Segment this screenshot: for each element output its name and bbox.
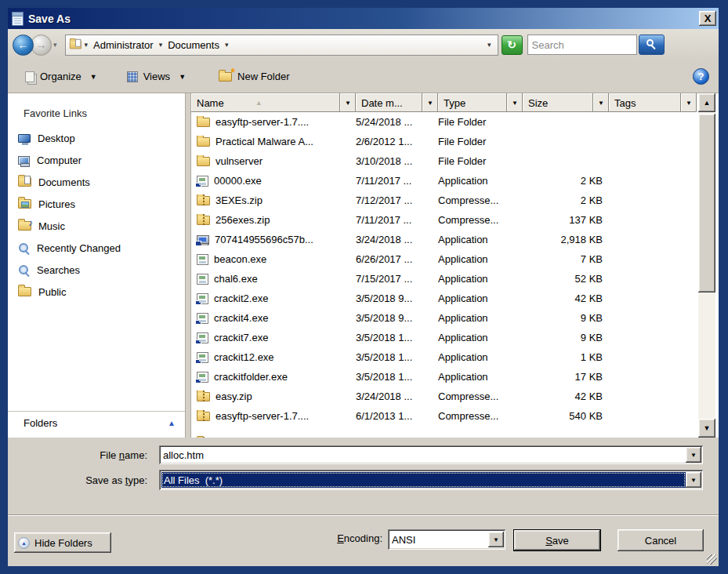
- hide-folders-button[interactable]: ▲ Hide Folders: [14, 532, 111, 553]
- column-header-button[interactable]: Tags: [609, 93, 681, 112]
- breadcrumb-caret-icon[interactable]: ▾: [223, 41, 231, 49]
- dialog-footer: ▲ Hide Folders Encoding: ANSI ▼ Save Can…: [8, 514, 719, 566]
- encoding-combobox[interactable]: ANSI ▼: [388, 529, 505, 550]
- organize-button[interactable]: Organize ▼: [17, 66, 105, 87]
- file-row-707414955696c57b[interactable]: 707414955696c57b...3/24/2018 ...Applicat…: [191, 230, 698, 249]
- file-name-dropdown-button[interactable]: ▼: [686, 447, 701, 463]
- file-name-cell: crackit4.exe: [191, 312, 356, 324]
- pictures-icon: [18, 199, 31, 209]
- column-header-button[interactable]: Size: [523, 93, 593, 112]
- file-name-cell: 256exes.zip: [191, 214, 356, 226]
- column-header-button[interactable]: Name▲: [191, 93, 340, 112]
- application-icon: [197, 274, 208, 285]
- breadcrumb-segment-administrator[interactable]: Administrator: [90, 39, 157, 51]
- close-button[interactable]: X: [699, 11, 716, 26]
- folders-expander[interactable]: Folders ▲: [8, 411, 185, 434]
- file-row-easy-zip[interactable]: easy.zip3/24/2018 ...Compresse...42 KB: [191, 387, 698, 406]
- column-filter-dropdown[interactable]: ▼: [507, 93, 523, 112]
- help-button[interactable]: ?: [693, 68, 709, 85]
- column-filter-dropdown[interactable]: ▼: [593, 93, 609, 112]
- file-row-crackit7-exe[interactable]: crackit7.exe3/5/2018 1...Application9 KB: [191, 328, 698, 347]
- scrollbar-thumb[interactable]: [698, 114, 715, 292]
- folder-icon: [197, 118, 210, 127]
- search-button[interactable]: [639, 35, 665, 55]
- file-name-cell: chal6.exe: [191, 273, 356, 285]
- history-chevron-icon[interactable]: ▾: [53, 41, 57, 49]
- pane-splitter[interactable]: [185, 93, 191, 438]
- breadcrumb-caret-icon[interactable]: ▾: [157, 41, 165, 49]
- file-row-partial[interactable]: [191, 426, 698, 438]
- public-icon: [18, 287, 31, 296]
- sidebar-item-desktop[interactable]: Desktop: [8, 127, 185, 149]
- scroll-up-button[interactable]: ▲: [698, 93, 715, 112]
- resize-grip-icon[interactable]: [707, 554, 717, 565]
- file-row-00000-exe[interactable]: 00000.exe7/11/2017 ...Application2 KB: [191, 171, 698, 191]
- search-input[interactable]: [528, 35, 636, 54]
- refresh-button[interactable]: ↻: [502, 35, 523, 55]
- scroll-down-button[interactable]: ▼: [698, 419, 715, 438]
- type-cell: Compresse...: [438, 410, 523, 422]
- size-cell: 42 KB: [523, 292, 609, 304]
- cancel-button[interactable]: Cancel: [618, 529, 704, 551]
- file-row-256exes-zip[interactable]: 256exes.zip7/11/2017 ...Compresse...137 …: [191, 210, 698, 230]
- size-cell: 52 KB: [523, 273, 609, 285]
- column-filter-dropdown[interactable]: ▼: [422, 93, 438, 112]
- address-dropdown-icon[interactable]: ▾: [484, 41, 494, 49]
- back-button[interactable]: ←: [13, 35, 34, 56]
- application-icon: [197, 176, 208, 187]
- sidebar-item-music[interactable]: ♪Music: [8, 215, 185, 237]
- file-row-3exes-zip[interactable]: 3EXEs.zip7/12/2017 ...Compresse...2 KB: [191, 191, 698, 210]
- file-row-easyftp-server-1-7[interactable]: easyftp-server-1.7....6/1/2013 1...Compr…: [191, 406, 698, 426]
- forward-button[interactable]: →: [31, 35, 52, 56]
- application-icon: [197, 313, 208, 324]
- column-header-button[interactable]: Date m...: [356, 93, 422, 112]
- date-modified-cell: 3/5/2018 9...: [356, 312, 438, 324]
- type-cell: File Folder: [438, 136, 523, 147]
- column-filter-dropdown[interactable]: ▼: [340, 93, 356, 112]
- encoding-dropdown-button[interactable]: ▼: [488, 532, 504, 547]
- help-icon: ?: [698, 71, 704, 82]
- file-row-crackit2-exe[interactable]: crackit2.exe3/5/2018 9...Application42 K…: [191, 289, 698, 308]
- views-button[interactable]: Views ▼: [119, 66, 194, 87]
- file-name-text: 00000.exe: [214, 175, 262, 187]
- save-as-type-dropdown-button[interactable]: ▼: [686, 472, 701, 488]
- sidebar-item-recently-changed[interactable]: Recently Changed: [8, 237, 185, 259]
- date-modified-cell: 7/11/2017 ...: [356, 214, 438, 226]
- file-row-easyftp-server-1-7[interactable]: easyftp-server-1.7....5/24/2018 ...File …: [191, 112, 698, 132]
- sidebar-item-pictures[interactable]: Pictures: [8, 193, 185, 215]
- column-header-button[interactable]: Type: [438, 93, 507, 112]
- location-folder-icon: [69, 41, 81, 49]
- vertical-scrollbar[interactable]: ▲ ▼: [698, 93, 715, 438]
- sidebar-item-computer[interactable]: Computer: [8, 149, 185, 171]
- sidebar-item-searches[interactable]: Searches: [8, 259, 185, 281]
- file-name-text: Practical Malware A...: [216, 136, 313, 147]
- type-cell: Application: [438, 332, 523, 343]
- breadcrumb[interactable]: ▾Administrator▾Documents▾ ▾: [65, 35, 498, 56]
- application-icon: [197, 332, 208, 343]
- new-folder-button[interactable]: * New Folder: [211, 66, 297, 87]
- save-as-type-combobox[interactable]: All Files (*.*) ▼: [159, 470, 703, 490]
- application-icon: [197, 293, 208, 304]
- breadcrumb-segment-documents[interactable]: Documents: [165, 39, 223, 51]
- file-row-crackitfolder-exe[interactable]: crackitfolder.exe3/5/2018 1...Applicatio…: [191, 367, 698, 387]
- save-button[interactable]: Save: [513, 529, 601, 551]
- file-row-practical-malware-a[interactable]: Practical Malware A...2/6/2012 1...File …: [191, 132, 698, 151]
- file-row-crackit12-exe[interactable]: crackit12.exe3/5/2018 1...Application1 K…: [191, 347, 698, 367]
- file-row-vulnserver[interactable]: vulnserver3/10/2018 ...File Folder: [191, 151, 698, 171]
- date-modified-cell: 3/5/2018 1...: [356, 351, 438, 363]
- refresh-icon: ↻: [507, 38, 516, 51]
- file-name-input[interactable]: [159, 445, 686, 464]
- file-name-cell: 707414955696c57b...: [191, 234, 356, 245]
- organize-icon: [25, 71, 34, 82]
- file-row-beacon-exe[interactable]: beacon.exe6/26/2017 ...Application7 KB: [191, 249, 698, 269]
- sidebar-item-documents[interactable]: Documents: [8, 171, 185, 193]
- date-modified-cell: 3/24/2018 ...: [356, 234, 438, 245]
- file-row-chal6-exe[interactable]: chal6.exe7/15/2017 ...Application52 KB: [191, 269, 698, 289]
- folder-icon: [197, 137, 210, 147]
- column-filter-dropdown[interactable]: ▼: [681, 93, 697, 112]
- file-name-text: easyftp-server-1.7....: [216, 410, 309, 422]
- size-cell: 540 KB: [523, 410, 609, 422]
- breadcrumb-caret-icon[interactable]: ▾: [82, 41, 91, 49]
- sidebar-item-public[interactable]: Public: [8, 281, 185, 303]
- file-row-crackit4-exe[interactable]: crackit4.exe3/5/2018 9...Application9 KB: [191, 308, 698, 328]
